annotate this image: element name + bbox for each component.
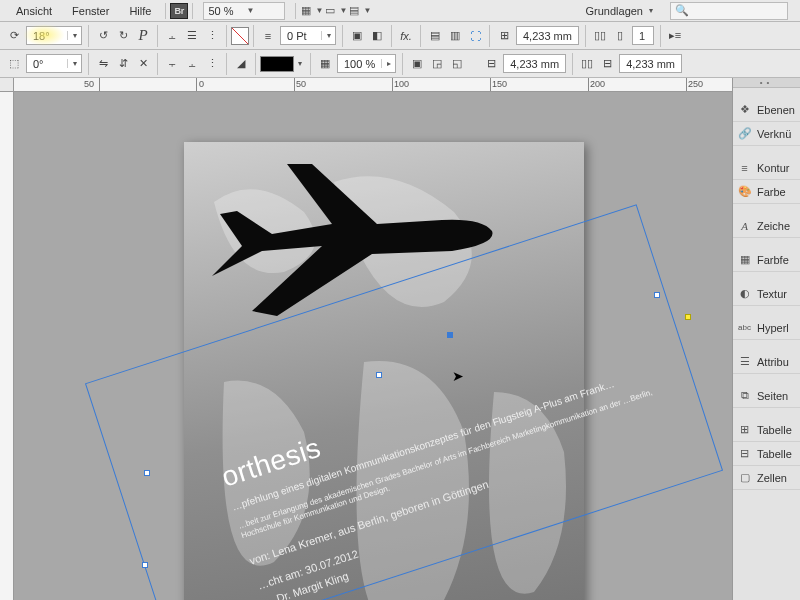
align-middle-icon[interactable]: ☰ [182,26,202,46]
selection-handle[interactable] [654,292,660,298]
fit-frame-icon[interactable]: ▥ [445,26,465,46]
flip-v-icon[interactable]: ⇵ [113,54,133,74]
stroke-weight-field[interactable]: 0 Pt▾ [280,26,336,45]
chevron-down-icon: ▾ [321,31,335,40]
fit-content-icon[interactable]: ▤ [425,26,445,46]
panel-character[interactable]: AZeiche [733,214,800,238]
rotation-handle[interactable] [685,314,691,320]
fit-a-icon[interactable]: ▣ [407,54,427,74]
panel-label: Kontur [757,162,789,174]
ruler-tick: 250 [688,79,703,89]
separator [585,25,586,47]
fit-c-icon[interactable]: ◱ [447,54,467,74]
fit-b-icon[interactable]: ◲ [427,54,447,74]
chevron-right-icon: ▸ [381,59,395,68]
panel-swatches[interactable]: ▦Farbfe [733,248,800,272]
opacity-value: 100 % [338,58,381,70]
separator [157,53,158,75]
opacity-field[interactable]: 100 %▸ [337,54,396,73]
panel-textwrap[interactable]: ◐Textur [733,282,800,306]
zoom-level-combo[interactable]: 50 %▼ [203,2,285,20]
menu-window[interactable]: Fenster [62,2,119,20]
separator [420,25,421,47]
panel-color[interactable]: 🎨Farbe [733,180,800,204]
ruler-tick: 200 [590,79,605,89]
menu-view[interactable]: Ansicht [6,2,62,20]
panel-label: Farbe [757,186,786,198]
separator [402,53,403,75]
wrap-none-icon[interactable]: ▣ [347,26,367,46]
y-coord-field[interactable]: 4,233 mm [503,54,566,73]
stroke-style-swatch[interactable] [260,56,294,72]
selection-handle-center[interactable] [447,332,453,338]
search-field[interactable]: 🔍 [670,2,788,20]
gutter-field[interactable]: 4,233 mm [619,54,682,73]
table-icon: ⊞ [737,422,752,437]
clear-transform-icon[interactable]: ✕ [133,54,153,74]
selection-handle[interactable] [144,470,150,476]
panel-table[interactable]: ⊟Tabelle [733,442,800,466]
columns-field[interactable]: 1 [632,26,654,45]
vertical-ruler[interactable] [0,92,14,600]
separator [88,25,89,47]
selection-handle[interactable] [376,372,382,378]
center-content-icon[interactable]: ⛶ [465,26,485,46]
workspace-label: Grundlagen [586,5,644,17]
rotation-angle-field[interactable]: 18°▾ [26,26,82,45]
table2-icon: ⊟ [737,446,752,461]
stroke-none-swatch[interactable] [231,27,249,45]
rotate-cw-icon[interactable]: ↻ [113,26,133,46]
x-coord-field[interactable]: 4,233 mm [516,26,579,45]
flip-h-icon[interactable]: ⇋ [93,54,113,74]
horizontal-ruler[interactable]: 0 50 50 100 150 200 250 [14,78,732,92]
chevron-down-icon: ▼ [315,6,323,15]
more-options-icon[interactable]: ▸≡ [665,26,685,46]
gutter-icon[interactable]: ▯▯ [577,54,597,74]
arrange-docs-button[interactable]: ▤▼ [349,2,371,20]
panel-label: Farbfe [757,254,789,266]
panel-label: Zeiche [757,220,790,232]
drop-cap-icon[interactable]: P [133,26,153,46]
zoom-value: 50 % [208,5,242,17]
workspace-switcher[interactable]: Grundlagen ▾ [577,2,663,20]
columns-icon[interactable]: ▯▯ [590,26,610,46]
separator [255,53,256,75]
align-h-icon[interactable]: ⫟ [162,54,182,74]
rotate-ccw-icon[interactable]: ↺ [93,26,113,46]
panel-label: Ebenen [757,104,795,116]
span-icon: ⊟ [597,54,617,74]
separator [226,53,227,75]
distribute-icon[interactable]: ⋮ [202,26,222,46]
panel-links[interactable]: 🔗Verknü [733,122,800,146]
dock-collapse-button[interactable]: •• [733,78,800,88]
bridge-button[interactable]: Br [170,3,188,19]
selection-handle[interactable] [142,562,148,568]
cell-icon: ▢ [737,470,752,485]
align-top-icon[interactable]: ⫠ [162,26,182,46]
panel-attributes[interactable]: ☰Attribu [733,350,800,374]
wrap-around-icon[interactable]: ◧ [367,26,387,46]
ruler-tick: 50 [84,79,94,89]
ruler-origin[interactable] [0,78,14,92]
canvas[interactable]: orthesis …pfehlung eines digitalen Kommu… [14,92,732,600]
menu-help[interactable]: Hilfe [119,2,161,20]
shear-angle-field[interactable]: 0°▾ [26,54,82,73]
panel-cell-styles[interactable]: ▢Zellen [733,466,800,490]
separator [572,53,573,75]
panel-stroke[interactable]: ≡Kontur [733,156,800,180]
panel-table-styles[interactable]: ⊞Tabelle [733,418,800,442]
y-value: 4,233 mm [504,58,565,70]
rotation-value: 18° [27,30,67,42]
align-v-icon[interactable]: ⫠ [182,54,202,74]
screen-mode-button[interactable]: ▭▼ [325,2,347,20]
distribute-v-icon[interactable]: ⋮ [202,54,222,74]
corner-icon[interactable]: ◢ [231,54,251,74]
view-options-button[interactable]: ▦▼ [301,2,323,20]
effects-icon[interactable]: fx. [396,26,416,46]
panel-hyperlinks[interactable]: abcHyperl [733,316,800,340]
separator [660,25,661,47]
stroke-weight-icon: ≡ [258,26,278,46]
panel-layers[interactable]: ❖Ebenen [733,98,800,122]
panel-pages[interactable]: ⧉Seiten [733,384,800,408]
chevron-down-icon: ▾ [298,59,302,68]
